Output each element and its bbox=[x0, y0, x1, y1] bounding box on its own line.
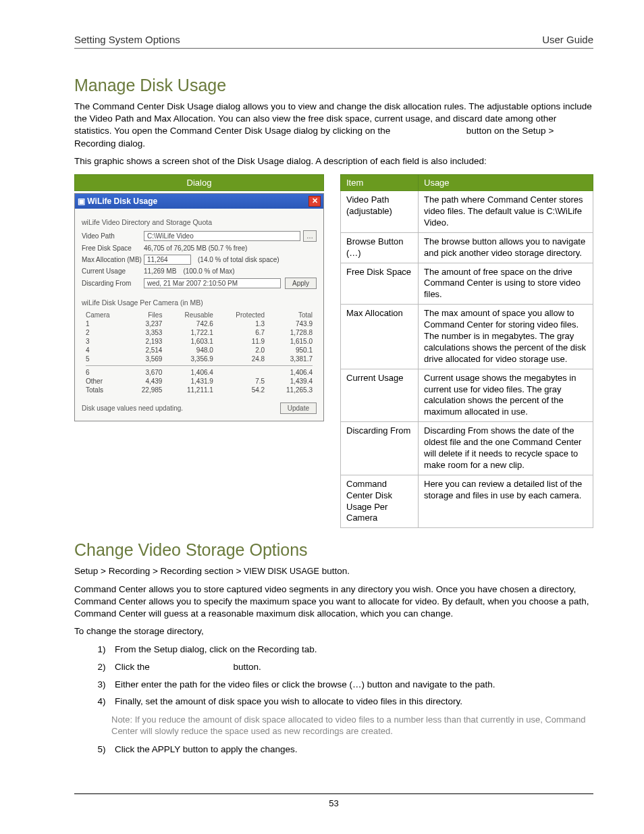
dialog-title-text: WiLife Disk Usage bbox=[87, 197, 157, 206]
discarding-label: Discarding From bbox=[82, 280, 144, 287]
page-header: Setting System Options User Guide bbox=[74, 34, 593, 49]
steps-list: From the Setup dialog, click on the Reco… bbox=[89, 643, 593, 708]
browse-button[interactable]: … bbox=[303, 230, 317, 242]
step: From the Setup dialog, click on the Reco… bbox=[111, 643, 593, 656]
update-button[interactable]: Update bbox=[280, 402, 317, 414]
desc-usage: Current usage shows the megabytes in cur… bbox=[419, 369, 593, 422]
desc-item: Current Usage bbox=[341, 369, 419, 422]
current-usage-label: Current Usage bbox=[82, 267, 144, 275]
header-right: User Guide bbox=[542, 34, 593, 45]
current-usage-value: 11,269 MB bbox=[144, 267, 176, 275]
max-alloc-label: Max Allocation (MB) bbox=[82, 256, 144, 263]
group1-label: wiLife Video Directory and Storage Quota bbox=[82, 218, 317, 226]
dialog-column-header: Dialog bbox=[74, 174, 324, 191]
th-usage: Usage bbox=[419, 175, 593, 191]
table-row: 53,5693,356.924.83,381.7 bbox=[82, 355, 317, 363]
dialog-titlebar: ▣ WiLife Disk Usage ✕ bbox=[75, 194, 323, 209]
table-row: Other4,4391,431.97.51,439.4 bbox=[82, 377, 317, 386]
section-title-manage: Manage Disk Usage bbox=[74, 76, 593, 95]
desc-item: Free Disk Space bbox=[341, 263, 419, 305]
table-row-totals: Totals22,98511,211.154.211,265.3 bbox=[82, 386, 317, 394]
table-row: 32,1931,603.111.91,615.0 bbox=[82, 337, 317, 346]
dialog-column: Dialog ▣ WiLife Disk Usage ✕ wiLife Vide… bbox=[74, 174, 324, 528]
table-row: 63,6701,406.41,406.4 bbox=[82, 368, 317, 377]
desc-item: Discarding From bbox=[341, 422, 419, 475]
per-camera-table: Camera Files Reusable Protected Total 13… bbox=[82, 311, 317, 394]
current-usage-pct: (100.0 % of Max) bbox=[183, 267, 234, 275]
step4-note: Note: If you reduce the amount of disk s… bbox=[111, 714, 593, 737]
th-reusable: Reusable bbox=[166, 311, 217, 319]
step: Either enter the path for the video file… bbox=[111, 678, 593, 692]
max-alloc-input[interactable]: 11,264 bbox=[144, 255, 191, 265]
app-icon: ▣ bbox=[78, 197, 87, 206]
table-row: 23,3531,722.16.71,728.8 bbox=[82, 328, 317, 337]
free-space-label: Free Disk Space bbox=[82, 244, 144, 252]
sect1-p1: The Command Center Disk Usage dialog all… bbox=[74, 101, 593, 150]
discarding-value: wed, 21 Mar 2007 2:10:50 PM bbox=[144, 278, 281, 288]
desc-usage: The path where Command Center stores vid… bbox=[419, 191, 593, 233]
step: Click the APPLY button to apply the chan… bbox=[111, 743, 593, 756]
free-space-value: 46,705 of 76,205 MB (50.7 % free) bbox=[144, 244, 247, 252]
page-number: 53 bbox=[329, 798, 338, 808]
th-total: Total bbox=[269, 311, 317, 319]
desc-usage: The browse button allows you to navigate… bbox=[419, 232, 593, 263]
th-item: Item bbox=[341, 175, 419, 191]
disk-usage-dialog: ▣ WiLife Disk Usage ✕ wiLife Video Direc… bbox=[74, 193, 324, 421]
desc-usage: The max amount of space you allow to Com… bbox=[419, 305, 593, 369]
description-table: Item Usage Video Path (adjustable)The pa… bbox=[340, 174, 593, 528]
desc-item: Command Center Disk Usage Per Camera bbox=[341, 475, 419, 528]
th-files: Files bbox=[126, 311, 166, 319]
sect2-path: Setup > Recording > Recording section > … bbox=[74, 565, 593, 577]
steps-list-cont: Click the APPLY button to apply the chan… bbox=[89, 743, 593, 756]
apply-button[interactable]: Apply bbox=[285, 278, 317, 289]
desc-usage: Here you can review a detailed list of t… bbox=[419, 475, 593, 528]
desc-usage: The amount of free space on the drive Co… bbox=[419, 263, 593, 305]
sect2-p1: Command Center allows you to store captu… bbox=[74, 583, 593, 621]
desc-usage: Discarding From shows the date of the ol… bbox=[419, 422, 593, 475]
section-title-change: Change Video Storage Options bbox=[74, 540, 593, 560]
description-column: Item Usage Video Path (adjustable)The pa… bbox=[340, 174, 593, 528]
table-row: 42,514948.02.0950.1 bbox=[82, 346, 317, 355]
page-footer: 53 bbox=[74, 793, 593, 808]
header-left: Setting System Options bbox=[74, 34, 180, 45]
desc-item: Max Allocation bbox=[341, 305, 419, 369]
video-path-label: Video Path bbox=[82, 232, 144, 240]
needs-updating-msg: Disk usage values need updating. bbox=[82, 405, 183, 412]
max-alloc-pct: (14.0 % of total disk space) bbox=[198, 256, 279, 263]
sect2-p2: To change the storage directory, bbox=[74, 625, 593, 637]
step: Finally, set the amount of disk space yo… bbox=[111, 695, 593, 708]
th-protected: Protected bbox=[217, 311, 269, 319]
close-icon[interactable]: ✕ bbox=[308, 196, 321, 207]
group2-label: wiLife Disk Usage Per Camera (in MB) bbox=[82, 298, 317, 307]
video-path-input[interactable]: C:\WiLife Video bbox=[144, 231, 300, 241]
desc-item: Browse Button (…) bbox=[341, 232, 419, 263]
th-camera: Camera bbox=[82, 311, 126, 319]
sect1-p2: This graphic shows a screen shot of the … bbox=[74, 155, 593, 167]
step: Click the button. bbox=[111, 660, 593, 674]
table-row: 13,237742.61.3743.9 bbox=[82, 319, 317, 328]
desc-item: Video Path (adjustable) bbox=[341, 191, 419, 233]
